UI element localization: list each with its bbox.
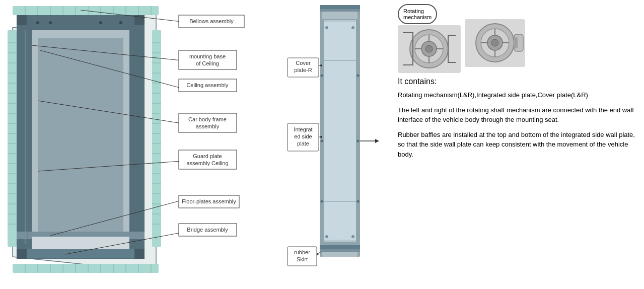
rotating-images-row: Rotatingmechanism [398,4,639,73]
rotating-mechanism-right [465,19,525,73]
svg-point-125 [351,235,354,238]
assembly-diagram-svg: Bellows assembly mounting base of Ceilin… [0,0,287,289]
svg-rect-72 [32,237,129,249]
rotating-mechanism-label: Rotatingmechanism [400,7,435,22]
right-section: Rotatingmechanism [393,0,644,289]
svg-rect-80 [17,15,27,25]
svg-point-129 [357,140,360,142]
svg-text:Guard plate: Guard plate [193,153,222,159]
svg-point-75 [49,21,52,24]
svg-point-131 [357,200,360,203]
svg-text:Skirt: Skirt [297,256,308,262]
svg-rect-67 [129,15,145,259]
svg-text:rubber: rubber [294,249,310,255]
svg-point-130 [321,200,323,203]
svg-text:assembly Ceiling: assembly Ceiling [186,160,228,166]
svg-point-123 [325,235,328,238]
svg-rect-119 [320,245,360,249]
svg-text:Integrat: Integrat [294,126,312,132]
svg-text:Car body frame: Car body frame [188,116,227,122]
svg-rect-70 [38,38,123,238]
svg-point-122 [325,26,328,29]
svg-marker-133 [375,139,379,143]
rotating-mechanism-right-svg [465,19,525,67]
svg-text:Cover: Cover [296,60,311,66]
svg-point-138 [320,64,322,66]
svg-rect-83 [134,249,145,259]
svg-point-76 [99,21,102,24]
svg-rect-114 [320,20,324,242]
left-diagram-section: Bellows assembly mounting base of Ceilin… [0,0,287,289]
rotating-mechanism-left-svg [398,25,461,73]
middle-section: Cover plate-R Integrat ed side plate rub… [287,0,393,289]
svg-text:Bellows assembly: Bellows assembly [189,18,234,24]
svg-rect-115 [356,20,360,242]
svg-point-74 [36,21,39,24]
svg-text:of Ceiling: of Ceiling [196,60,219,66]
svg-rect-169 [515,37,518,48]
svg-point-163 [491,39,498,46]
svg-text:Ceiling assembly: Ceiling assembly [186,82,229,88]
description-para3: Rubber baffles are installed at the top … [398,130,636,160]
svg-text:mounting base: mounting base [189,53,226,59]
main-container: Bellows assembly mounting base of Ceilin… [0,0,644,289]
svg-text:Bridge assembly: Bridge assembly [187,227,228,233]
svg-rect-33 [13,264,159,273]
svg-rect-110 [320,9,360,12]
svg-rect-111 [322,12,357,19]
description-title: It contains: [398,77,636,86]
svg-point-126 [321,75,323,77]
svg-point-128 [321,140,323,142]
svg-point-144 [320,136,322,138]
svg-text:assembly: assembly [196,123,220,129]
svg-rect-113 [323,22,356,240]
svg-text:ed side: ed side [294,133,312,139]
side-plate-svg: Cover plate-R Integrat ed side plate rub… [287,0,393,289]
svg-rect-66 [17,15,32,259]
svg-text:plate-R: plate-R [294,67,312,73]
description-para1: Rotating mechanism(L&R),Integrated side … [398,90,636,100]
svg-rect-109 [320,5,360,9]
svg-point-127 [357,75,360,77]
svg-rect-73 [17,249,145,258]
svg-rect-65 [17,15,145,30]
svg-rect-82 [17,249,27,259]
description-text: It contains: Rotating mechanism(L&R),Int… [398,77,639,159]
svg-text:plate: plate [297,140,309,147]
svg-rect-121 [322,252,357,257]
svg-point-154 [425,45,433,52]
svg-point-124 [351,26,354,29]
svg-rect-120 [320,249,360,252]
svg-point-77 [119,21,122,24]
description-para2: The left and right of the rotating shaft… [398,105,636,125]
rotating-mechanism-left: Rotatingmechanism [398,4,461,73]
svg-text:Floor-plates assembly: Floor-plates assembly [182,198,236,204]
